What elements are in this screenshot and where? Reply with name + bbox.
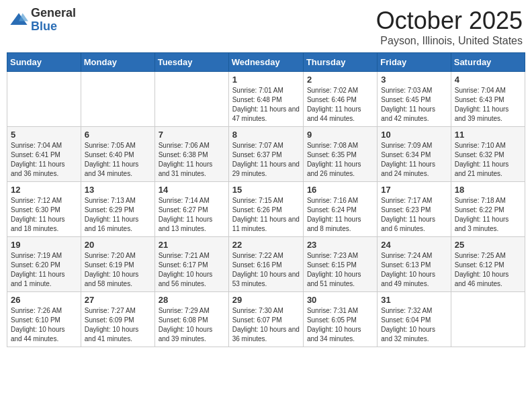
page-header: General Blue October 2025 Payson, Illino… xyxy=(7,7,525,47)
logo-icon xyxy=(9,11,28,30)
day-number: 26 xyxy=(11,295,77,305)
day-cell: 16Sunrise: 7:16 AM Sunset: 6:24 PM Dayli… xyxy=(303,182,377,237)
day-number: 28 xyxy=(159,295,225,305)
day-info: Sunrise: 7:26 AM Sunset: 6:10 PM Dayligh… xyxy=(11,306,77,344)
day-info: Sunrise: 7:16 AM Sunset: 6:24 PM Dayligh… xyxy=(307,196,373,234)
day-cell: 22Sunrise: 7:22 AM Sunset: 6:16 PM Dayli… xyxy=(228,237,303,292)
day-number: 21 xyxy=(159,240,225,250)
day-cell: 28Sunrise: 7:29 AM Sunset: 6:08 PM Dayli… xyxy=(154,292,228,347)
day-info: Sunrise: 7:01 AM Sunset: 6:48 PM Dayligh… xyxy=(232,86,300,124)
day-number: 17 xyxy=(381,185,447,195)
day-number: 2 xyxy=(307,75,373,85)
day-cell: 7Sunrise: 7:06 AM Sunset: 6:38 PM Daylig… xyxy=(154,127,228,182)
day-cell xyxy=(154,72,228,127)
week-row-4: 19Sunrise: 7:19 AM Sunset: 6:20 PM Dayli… xyxy=(7,237,525,292)
day-cell: 14Sunrise: 7:14 AM Sunset: 6:27 PM Dayli… xyxy=(154,182,228,237)
day-info: Sunrise: 7:24 AM Sunset: 6:13 PM Dayligh… xyxy=(381,251,447,289)
day-cell: 20Sunrise: 7:20 AM Sunset: 6:19 PM Dayli… xyxy=(81,237,154,292)
day-number: 14 xyxy=(159,185,225,195)
weekday-header-friday: Friday xyxy=(378,53,451,72)
day-number: 27 xyxy=(85,295,151,305)
day-info: Sunrise: 7:18 AM Sunset: 6:22 PM Dayligh… xyxy=(455,196,521,234)
day-cell: 1Sunrise: 7:01 AM Sunset: 6:48 PM Daylig… xyxy=(228,72,303,127)
day-info: Sunrise: 7:08 AM Sunset: 6:35 PM Dayligh… xyxy=(307,141,373,179)
day-cell: 10Sunrise: 7:09 AM Sunset: 6:34 PM Dayli… xyxy=(378,127,451,182)
day-number: 11 xyxy=(455,130,521,140)
day-info: Sunrise: 7:03 AM Sunset: 6:45 PM Dayligh… xyxy=(381,86,447,124)
day-cell: 26Sunrise: 7:26 AM Sunset: 6:10 PM Dayli… xyxy=(7,292,81,347)
day-info: Sunrise: 7:25 AM Sunset: 6:12 PM Dayligh… xyxy=(455,251,521,289)
day-info: Sunrise: 7:12 AM Sunset: 6:30 PM Dayligh… xyxy=(11,196,77,234)
day-cell: 21Sunrise: 7:21 AM Sunset: 6:17 PM Dayli… xyxy=(154,237,228,292)
day-info: Sunrise: 7:07 AM Sunset: 6:37 PM Dayligh… xyxy=(232,141,300,179)
day-number: 12 xyxy=(11,185,77,195)
day-cell: 29Sunrise: 7:30 AM Sunset: 6:07 PM Dayli… xyxy=(228,292,303,347)
day-cell: 15Sunrise: 7:15 AM Sunset: 6:26 PM Dayli… xyxy=(228,182,303,237)
day-info: Sunrise: 7:23 AM Sunset: 6:15 PM Dayligh… xyxy=(307,251,373,289)
weekday-header-tuesday: Tuesday xyxy=(154,53,228,72)
day-cell: 4Sunrise: 7:04 AM Sunset: 6:43 PM Daylig… xyxy=(451,72,525,127)
day-cell: 3Sunrise: 7:03 AM Sunset: 6:45 PM Daylig… xyxy=(378,72,451,127)
day-number: 7 xyxy=(159,130,225,140)
day-number: 3 xyxy=(381,75,447,85)
day-number: 4 xyxy=(455,75,521,85)
day-number: 24 xyxy=(381,240,447,250)
day-info: Sunrise: 7:19 AM Sunset: 6:20 PM Dayligh… xyxy=(11,251,77,289)
weekday-header-sunday: Sunday xyxy=(7,53,81,72)
day-number: 9 xyxy=(307,130,373,140)
day-cell: 13Sunrise: 7:13 AM Sunset: 6:29 PM Dayli… xyxy=(81,182,154,237)
day-cell: 5Sunrise: 7:04 AM Sunset: 6:41 PM Daylig… xyxy=(7,127,81,182)
day-cell: 23Sunrise: 7:23 AM Sunset: 6:15 PM Dayli… xyxy=(303,237,377,292)
day-info: Sunrise: 7:29 AM Sunset: 6:08 PM Dayligh… xyxy=(159,306,225,344)
week-row-3: 12Sunrise: 7:12 AM Sunset: 6:30 PM Dayli… xyxy=(7,182,525,237)
weekday-header-saturday: Saturday xyxy=(451,53,525,72)
day-info: Sunrise: 7:32 AM Sunset: 6:04 PM Dayligh… xyxy=(381,306,447,344)
day-cell xyxy=(7,72,81,127)
day-number: 23 xyxy=(307,240,373,250)
day-info: Sunrise: 7:10 AM Sunset: 6:32 PM Dayligh… xyxy=(455,141,521,179)
day-number: 25 xyxy=(455,240,521,250)
day-number: 30 xyxy=(307,295,373,305)
day-info: Sunrise: 7:20 AM Sunset: 6:19 PM Dayligh… xyxy=(85,251,151,289)
day-info: Sunrise: 7:02 AM Sunset: 6:46 PM Dayligh… xyxy=(307,86,373,124)
logo: General Blue xyxy=(9,7,76,34)
day-number: 6 xyxy=(85,130,151,140)
day-cell: 2Sunrise: 7:02 AM Sunset: 6:46 PM Daylig… xyxy=(303,72,377,127)
day-info: Sunrise: 7:22 AM Sunset: 6:16 PM Dayligh… xyxy=(232,251,300,289)
day-cell: 24Sunrise: 7:24 AM Sunset: 6:13 PM Dayli… xyxy=(378,237,451,292)
day-cell: 27Sunrise: 7:27 AM Sunset: 6:09 PM Dayli… xyxy=(81,292,154,347)
logo-blue-text: Blue xyxy=(31,20,76,34)
day-info: Sunrise: 7:13 AM Sunset: 6:29 PM Dayligh… xyxy=(85,196,151,234)
day-cell: 17Sunrise: 7:17 AM Sunset: 6:23 PM Dayli… xyxy=(378,182,451,237)
day-cell xyxy=(451,292,525,347)
logo-general-text: General xyxy=(31,7,76,20)
day-cell: 30Sunrise: 7:31 AM Sunset: 6:05 PM Dayli… xyxy=(303,292,377,347)
location-title: Payson, Illinois, United States xyxy=(376,35,523,47)
day-info: Sunrise: 7:04 AM Sunset: 6:43 PM Dayligh… xyxy=(455,86,521,124)
day-cell: 18Sunrise: 7:18 AM Sunset: 6:22 PM Dayli… xyxy=(451,182,525,237)
day-info: Sunrise: 7:14 AM Sunset: 6:27 PM Dayligh… xyxy=(159,196,225,234)
weekday-header-thursday: Thursday xyxy=(303,53,377,72)
day-cell: 25Sunrise: 7:25 AM Sunset: 6:12 PM Dayli… xyxy=(451,237,525,292)
day-number: 31 xyxy=(381,295,447,305)
day-cell xyxy=(81,72,154,127)
day-number: 19 xyxy=(11,240,77,250)
week-row-1: 1Sunrise: 7:01 AM Sunset: 6:48 PM Daylig… xyxy=(7,72,525,127)
day-cell: 8Sunrise: 7:07 AM Sunset: 6:37 PM Daylig… xyxy=(228,127,303,182)
day-cell: 19Sunrise: 7:19 AM Sunset: 6:20 PM Dayli… xyxy=(7,237,81,292)
week-row-2: 5Sunrise: 7:04 AM Sunset: 6:41 PM Daylig… xyxy=(7,127,525,182)
day-info: Sunrise: 7:09 AM Sunset: 6:34 PM Dayligh… xyxy=(381,141,447,179)
day-cell: 12Sunrise: 7:12 AM Sunset: 6:30 PM Dayli… xyxy=(7,182,81,237)
weekday-header-wednesday: Wednesday xyxy=(228,53,303,72)
day-number: 16 xyxy=(307,185,373,195)
month-title: October 2025 xyxy=(376,7,523,35)
day-info: Sunrise: 7:27 AM Sunset: 6:09 PM Dayligh… xyxy=(85,306,151,344)
day-number: 18 xyxy=(455,185,521,195)
day-cell: 6Sunrise: 7:05 AM Sunset: 6:40 PM Daylig… xyxy=(81,127,154,182)
day-info: Sunrise: 7:30 AM Sunset: 6:07 PM Dayligh… xyxy=(232,306,300,344)
day-cell: 9Sunrise: 7:08 AM Sunset: 6:35 PM Daylig… xyxy=(303,127,377,182)
weekday-header-monday: Monday xyxy=(81,53,154,72)
day-number: 13 xyxy=(85,185,151,195)
day-number: 10 xyxy=(381,130,447,140)
weekday-header-row: SundayMondayTuesdayWednesdayThursdayFrid… xyxy=(7,53,525,72)
